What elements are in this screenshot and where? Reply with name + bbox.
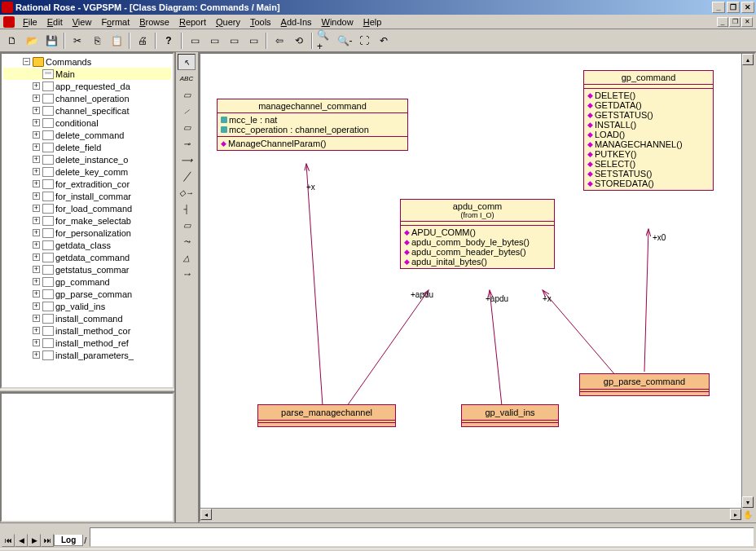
tree-item[interactable]: +app_requested_da (3, 80, 171, 92)
package-tool[interactable]: ▭ (178, 217, 196, 233)
menu-format[interactable]: Format (96, 17, 134, 27)
interface-tool[interactable]: ⊸ (178, 135, 196, 152)
tree-item[interactable]: +install_method_cor (3, 324, 171, 337)
tree-item[interactable]: +for_personalization (3, 227, 171, 239)
tree-view[interactable]: − Commands +Main+app_requested_da+channe… (0, 52, 174, 389)
tree-item[interactable]: +install_command (3, 312, 171, 324)
tree-item[interactable]: +install_parameters_ (3, 349, 171, 361)
mdi-restore-button[interactable]: ❐ (729, 17, 741, 27)
generalization-tool[interactable]: △ (178, 249, 196, 266)
tree-item[interactable]: +for_make_selectab (3, 214, 171, 227)
browse-parent-button[interactable]: ⇦ (270, 32, 288, 50)
log-scroll-track[interactable] (90, 527, 754, 547)
anchor-tool[interactable]: ⟋ (178, 103, 196, 119)
expander-icon[interactable]: + (33, 107, 40, 114)
dependency-tool[interactable]: ⤳ (178, 233, 196, 249)
association-uni-tool[interactable]: ⟶ (178, 152, 196, 168)
association-tool[interactable]: ╱ (178, 168, 196, 184)
tree-item[interactable]: +gp_valid_ins (3, 300, 171, 312)
expander-icon[interactable]: + (33, 278, 40, 285)
class-gp-valid-ins[interactable]: gp_valid_ins (461, 404, 559, 427)
log-nav-last[interactable]: ⏭ (41, 534, 54, 547)
expander-icon[interactable]: + (33, 82, 40, 90)
tree-item[interactable]: +getstatus_commar (3, 263, 171, 276)
expander-icon[interactable]: + (33, 217, 40, 224)
class-gp-parse-command[interactable]: gp_parse_command (579, 373, 710, 396)
expander-icon[interactable]: + (33, 192, 40, 200)
cut-button[interactable]: ✂ (68, 32, 86, 50)
menu-view[interactable]: View (68, 17, 97, 27)
aggregation-tool[interactable]: ◇→ (178, 184, 196, 201)
new-button[interactable]: 🗋 (3, 32, 21, 50)
mdi-icon[interactable] (3, 16, 15, 28)
note-tool[interactable]: ▭ (178, 86, 196, 103)
expander-icon[interactable]: + (33, 180, 40, 187)
class-gp-command[interactable]: gp_command ◆DELETE()◆GETDATA()◆GETSTATUS… (583, 70, 714, 191)
expander-icon[interactable]: + (33, 315, 40, 322)
tree-item[interactable]: +for_extradition_cor (3, 178, 171, 190)
expander-icon[interactable]: + (33, 205, 40, 212)
expander-icon[interactable]: + (33, 143, 40, 151)
log-nav-next[interactable]: ▶ (28, 534, 41, 547)
text-tool[interactable]: ABC (178, 70, 196, 86)
expander-icon[interactable]: + (33, 351, 40, 359)
restore-button[interactable]: ❐ (727, 2, 740, 13)
tree-item[interactable]: +channel_operation (3, 92, 171, 104)
expander-icon[interactable]: + (33, 266, 40, 273)
tree-item[interactable]: +delete_instance_o (3, 153, 171, 165)
class-apdu-comm[interactable]: apdu_comm (from I_O) ◆APDU_COMM() ◆apdu_… (400, 199, 555, 269)
paste-button[interactable]: 📋 (108, 32, 125, 50)
menu-browse[interactable]: Browse (134, 17, 174, 27)
mdi-minimize-button[interactable]: _ (717, 17, 728, 27)
tree-item[interactable]: +delete_field (3, 141, 171, 153)
expander-icon[interactable]: + (33, 327, 40, 334)
scroll-down-button[interactable]: ▾ (742, 496, 754, 508)
expander-icon[interactable]: + (33, 119, 40, 126)
zoom-in-button[interactable]: 🔍+ (316, 32, 334, 50)
tree-item[interactable]: +conditional (3, 117, 171, 129)
expander-icon[interactable]: + (33, 156, 40, 163)
browse-component-button[interactable]: ▭ (225, 32, 243, 50)
copy-button[interactable]: ⎘ (88, 32, 106, 50)
tree-item[interactable]: +install_method_ref (3, 337, 171, 349)
realize-tool[interactable]: ⤍ (178, 266, 196, 282)
context-help-button[interactable]: ? (160, 32, 178, 50)
tree-item[interactable]: +delete_command (3, 129, 171, 141)
open-button[interactable]: 📂 (23, 32, 41, 50)
menu-file[interactable]: File (18, 17, 42, 27)
tree-item[interactable]: +channel_specificat (3, 104, 171, 117)
canvas-scrollbar-horizontal[interactable]: ◂ ▸ (200, 508, 741, 521)
expander-icon[interactable]: + (33, 241, 40, 249)
menu-query[interactable]: Query (211, 17, 245, 27)
browse-class-button[interactable]: ▭ (186, 32, 204, 50)
undo-fit-button[interactable]: ↶ (375, 32, 393, 50)
diagram-canvas[interactable]: managechannel_command mcc_le : nat mcc_o… (200, 54, 754, 521)
menu-tools[interactable]: Tools (245, 17, 276, 27)
browse-usecase-button[interactable]: ▭ (205, 32, 223, 50)
scroll-left-button[interactable]: ◂ (200, 509, 212, 520)
expander-icon[interactable]: + (33, 229, 40, 236)
expander-icon[interactable]: + (33, 168, 40, 175)
tree-item[interactable]: +for_install_commar (3, 190, 171, 202)
expander-icon[interactable]: − (23, 58, 30, 65)
expander-icon[interactable]: + (33, 339, 40, 346)
canvas-scrollbar-vertical[interactable]: ▴ ▾ (741, 54, 754, 508)
menu-window[interactable]: Window (317, 17, 358, 27)
print-button[interactable]: 🖨 (134, 32, 152, 50)
mdi-close-button[interactable]: ✕ (741, 17, 753, 27)
fit-window-button[interactable]: ⛶ (355, 32, 373, 50)
tree-item[interactable]: +getdata_class (3, 239, 171, 251)
tree-item[interactable]: +getdata_command (3, 251, 171, 263)
pan-grip-icon[interactable]: ✋ (741, 508, 754, 521)
documentation-pane[interactable] (0, 392, 174, 522)
log-nav-first[interactable]: ⏮ (2, 534, 15, 547)
tree-item[interactable]: +Main (3, 68, 171, 80)
zoom-out-button[interactable]: 🔍- (336, 32, 354, 50)
tree-item[interactable]: +for_load_command (3, 202, 171, 214)
log-tab[interactable]: Log (54, 535, 83, 546)
expander-icon[interactable]: + (33, 290, 40, 298)
menu-report[interactable]: Report (174, 17, 211, 27)
tree-folder-commands[interactable]: − Commands (3, 55, 171, 68)
expander-icon[interactable]: + (33, 95, 40, 102)
tree-item[interactable]: +gp_command (3, 276, 171, 288)
